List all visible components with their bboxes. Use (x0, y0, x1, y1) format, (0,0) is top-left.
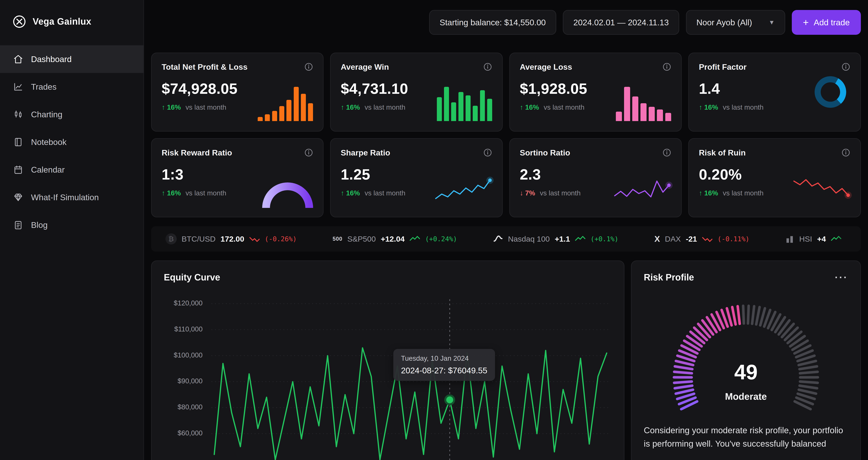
delta-note: vs last month (544, 103, 584, 111)
delta-note: vs last month (186, 103, 226, 111)
chart-tooltip: Tuesday, 10 Jan 2024 2024-08-27: $76049.… (393, 349, 495, 381)
main-area: Starting balance: $14,550.00 2024.02.01 … (144, 0, 868, 460)
starting-balance-box: Starting balance: $14,550.00 (429, 10, 556, 35)
ticker-item-nasdaq100[interactable]: Nasdaq 100 +1.1 (+0.1%) (493, 234, 619, 243)
ticker-symbol: HSI (799, 235, 812, 243)
ticker-value: +12.04 (381, 235, 405, 243)
app-root: Vega Gainlux Dashboard Trades Charting N… (0, 0, 868, 460)
mini-bar-chart (437, 87, 492, 121)
mini-sparkline-chart (432, 175, 494, 207)
sidebar-item-blog[interactable]: Blog (0, 211, 144, 239)
ticker-value: +4 (817, 235, 826, 243)
card-title: Average Win (341, 62, 389, 72)
info-icon[interactable] (304, 62, 313, 71)
equity-chart: $120,000 $110,000 $100,000 $90,000 $80,0… (164, 297, 612, 460)
equity-curve-panel: Equity Curve $120,000 $110,000 $100,000 … (151, 261, 624, 460)
panel-title: Risk Profile (644, 272, 694, 283)
delta-note: vs last month (540, 189, 581, 197)
trend-down-icon (702, 236, 713, 242)
delta-value: ↑ 16% (699, 189, 718, 197)
notebook-icon (13, 137, 23, 147)
y-axis-tick: $100,000 (164, 351, 203, 359)
mini-bar-chart (258, 87, 313, 121)
stat-card-total-net-pnl: Total Net Profit & Loss $74,928.05 ↑ 16%… (151, 53, 323, 132)
mini-donut-chart (813, 74, 848, 110)
delta-note: vs last month (186, 189, 226, 197)
brand-logo-icon (12, 14, 27, 29)
info-icon[interactable] (662, 148, 671, 157)
sidebar-item-label: Blog (31, 220, 48, 230)
tooltip-value: 2024-08-27: $76049.55 (401, 366, 487, 375)
stat-card-risk-of-ruin: Risk of Ruin 0.20% ↑ 16% vs last month (688, 138, 861, 217)
card-title: Total Net Profit & Loss (162, 62, 248, 72)
sidebar-item-label: Charting (31, 110, 62, 119)
risk-score: 49 (655, 360, 837, 384)
delta-value: ↑ 16% (162, 103, 181, 111)
calendar-icon (13, 165, 23, 175)
ticker-symbol: S&P500 (347, 235, 376, 243)
sidebar-item-label: Calendar (31, 165, 65, 174)
info-icon[interactable] (841, 148, 850, 157)
btc-icon: ₿ (165, 233, 177, 244)
delta-note: vs last month (723, 103, 764, 111)
trend-up-icon (575, 236, 586, 242)
simulation-icon (13, 192, 23, 202)
sidebar-item-what-if-simulation[interactable]: What-If Simulation (0, 184, 144, 211)
info-icon[interactable] (304, 148, 313, 157)
delta-note: vs last month (365, 189, 405, 197)
card-title: Risk of Ruin (699, 148, 746, 158)
stat-card-average-loss: Average Loss $1,928.05 ↑ 16% vs last mon… (509, 53, 682, 132)
info-icon[interactable] (483, 62, 492, 71)
y-axis-tick: $120,000 (164, 299, 203, 307)
ticker-symbol: Nasdaq 100 (508, 235, 550, 243)
ticker-item-sp500[interactable]: 500 S&P500 +12.04 (+0.24%) (333, 235, 457, 243)
date-range-picker[interactable]: 2024.02.01 — 2024.11.13 (563, 10, 679, 35)
sp500-icon: 500 (333, 236, 342, 242)
stat-cards-row-1: Total Net Profit & Loss $74,928.05 ↑ 16%… (151, 53, 861, 132)
stat-card-profit-factor: Profit Factor 1.4 ↑ 16% vs last month (688, 53, 861, 132)
mini-half-gauge-chart (261, 181, 314, 209)
topbar: Starting balance: $14,550.00 2024.02.01 … (144, 0, 868, 45)
stat-card-sharpe-ratio: Sharpe Ratio 1.25 ↑ 16% vs last month (330, 138, 502, 217)
candlestick-icon (13, 109, 23, 120)
account-select-value: Noor Ayob (All) (696, 18, 752, 27)
ellipsis-menu-icon[interactable]: ··· (835, 275, 848, 279)
bottom-panels: Equity Curve $120,000 $110,000 $100,000 … (151, 261, 861, 460)
sidebar-item-calendar[interactable]: Calendar (0, 156, 144, 184)
nasdaq-icon (493, 234, 503, 243)
add-trade-button[interactable]: + Add trade (792, 10, 861, 35)
equity-line-chart[interactable]: Tuesday, 10 Jan 2024 2024-08-27: $76049.… (212, 297, 610, 460)
ticker-item-btcusd[interactable]: ₿ BTC/USD 172.00 (-0.26%) (165, 233, 297, 244)
info-icon[interactable] (841, 62, 850, 71)
info-icon[interactable] (483, 148, 492, 157)
trend-up-icon (831, 236, 841, 242)
account-select[interactable]: Noor Ayob (All) ▼ (686, 10, 785, 35)
brand: Vega Gainlux (0, 0, 144, 42)
ticker-item-hsi[interactable]: HSI +4 (785, 234, 846, 243)
dax-icon: X (654, 234, 660, 244)
sidebar-menu: Dashboard Trades Charting Notebook Calen… (0, 45, 144, 239)
card-title: Sortino Ratio (520, 148, 570, 158)
dashboard-content: Total Net Profit & Loss $74,928.05 ↑ 16%… (144, 45, 868, 460)
delta-value: ↑ 16% (699, 103, 718, 111)
card-title: Risk Reward Ratio (162, 148, 232, 158)
ticker-value: +1.1 (555, 235, 570, 243)
sidebar-item-label: Trades (31, 82, 57, 92)
sidebar-item-charting[interactable]: Charting (0, 101, 144, 128)
stat-cards-row-2: Risk Reward Ratio 1:3 ↑ 16% vs last mont… (151, 138, 861, 217)
sidebar-item-dashboard[interactable]: Dashboard (0, 45, 144, 73)
y-axis-tick: $80,000 (164, 403, 203, 411)
ticker-item-dax[interactable]: X DAX -21 (-0.11%) (654, 234, 749, 244)
y-axis-tick: $110,000 (164, 325, 203, 333)
sidebar-item-trades[interactable]: Trades (0, 73, 144, 101)
mini-sparkline-chart (790, 175, 852, 207)
trend-up-icon (409, 236, 420, 242)
delta-note: vs last month (365, 103, 405, 111)
sidebar-item-label: Dashboard (31, 54, 72, 64)
delta-value: ↑ 16% (341, 189, 360, 197)
sidebar-item-notebook[interactable]: Notebook (0, 128, 144, 156)
ticker-change: (-0.26%) (265, 235, 297, 243)
info-icon[interactable] (662, 62, 671, 71)
y-axis-tick: $90,000 (164, 377, 203, 385)
risk-description: Considering your moderate risk profile, … (644, 424, 848, 450)
